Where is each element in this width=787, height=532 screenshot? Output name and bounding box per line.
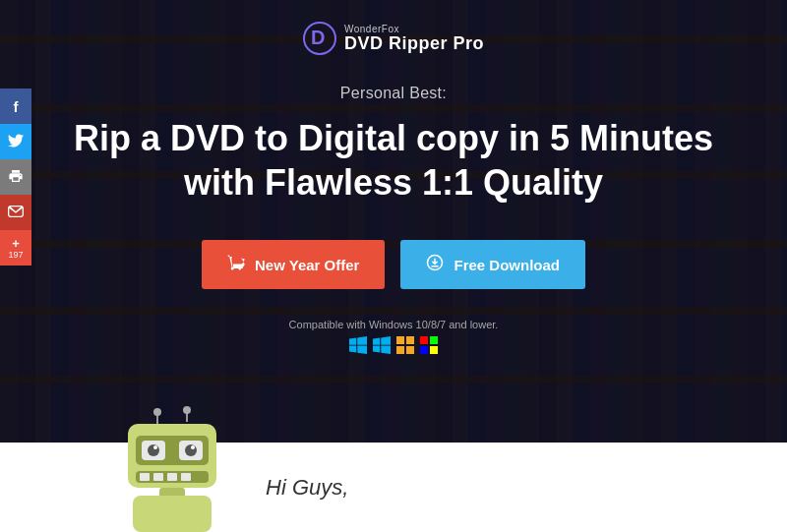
share-count: 197 <box>8 251 23 260</box>
hero-tagline: Personal Best: <box>74 85 713 102</box>
svg-rect-7 <box>420 336 428 344</box>
compat-text: Compatible with Windows 10/8/7 and lower… <box>289 319 499 330</box>
facebook-icon: f <box>14 98 19 115</box>
windows-badges <box>289 336 499 354</box>
download-icon <box>426 254 444 275</box>
cta-buttons: New Year Offer Free Download <box>74 240 713 289</box>
offer-btn-label: New Year Offer <box>255 257 359 273</box>
svg-point-18 <box>148 444 159 456</box>
print-icon <box>8 168 24 187</box>
email-share-button[interactable] <box>0 195 31 230</box>
plus-icon: + <box>12 236 20 251</box>
svg-rect-24 <box>140 473 150 481</box>
windows8-badge <box>373 336 391 354</box>
greeting-text: Hi Guys, <box>266 475 348 501</box>
twitter-icon <box>8 134 24 150</box>
bottom-section: Hi Guys, <box>0 443 787 532</box>
svg-rect-29 <box>133 496 212 532</box>
logo-area: D WonderFox DVD Ripper Pro <box>303 22 484 55</box>
svg-rect-27 <box>181 473 191 481</box>
logo-icon: D <box>303 22 336 55</box>
hero-content: Personal Best: Rip a DVD to Digital copy… <box>15 85 772 309</box>
brand-main: DVD Ripper Pro <box>344 34 484 54</box>
headline-line2: with Flawless 1:1 Quality <box>184 162 603 203</box>
social-sidebar: f + 197 <box>0 89 31 266</box>
robot-svg <box>98 404 246 532</box>
svg-text:D: D <box>311 27 325 48</box>
print-share-button[interactable] <box>0 159 31 195</box>
plus-share-button[interactable]: + 197 <box>0 230 31 266</box>
svg-point-22 <box>191 445 195 449</box>
hero-section: f + 197 <box>0 0 787 443</box>
svg-rect-8 <box>430 336 438 344</box>
hero-headline: Rip a DVD to Digital copy in 5 Minutes w… <box>74 116 713 205</box>
email-icon <box>8 205 24 220</box>
svg-rect-25 <box>153 473 163 481</box>
cart-icon <box>227 254 245 275</box>
svg-rect-9 <box>420 346 428 354</box>
svg-point-19 <box>153 445 157 449</box>
logo-text: WonderFox DVD Ripper Pro <box>344 24 484 54</box>
svg-rect-4 <box>406 336 414 344</box>
svg-rect-5 <box>396 346 404 354</box>
windows7-badge <box>396 336 414 354</box>
windowsxp-badge <box>420 336 438 354</box>
robot-illustration <box>98 404 266 532</box>
facebook-share-button[interactable]: f <box>0 89 31 124</box>
brand-small: WonderFox <box>344 24 484 34</box>
download-btn-label: Free Download <box>454 257 560 273</box>
twitter-share-button[interactable] <box>0 124 31 159</box>
free-download-button[interactable]: Free Download <box>400 240 585 289</box>
svg-rect-6 <box>406 346 414 354</box>
svg-rect-10 <box>430 346 438 354</box>
svg-point-14 <box>183 406 191 414</box>
windows10-badge <box>349 336 367 354</box>
new-year-offer-button[interactable]: New Year Offer <box>202 240 385 289</box>
compatibility-section: Compatible with Windows 10/8/7 and lower… <box>289 319 499 354</box>
svg-point-12 <box>153 408 161 416</box>
svg-point-21 <box>185 444 197 456</box>
svg-rect-26 <box>167 473 177 481</box>
headline-line1: Rip a DVD to Digital copy in 5 Minutes <box>74 118 713 158</box>
svg-rect-3 <box>396 336 404 344</box>
